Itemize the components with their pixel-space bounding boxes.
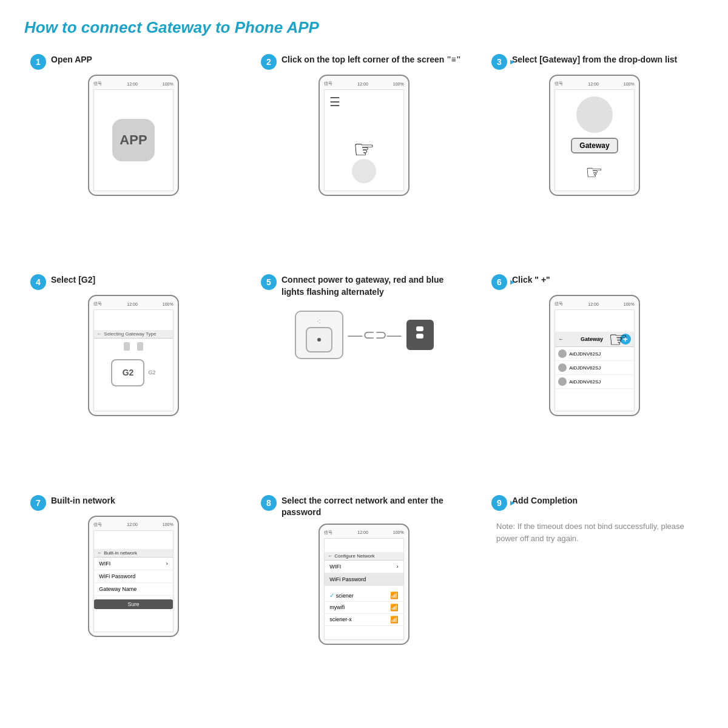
wifi-sciener: ✓ sciener 📶 [325, 590, 403, 602]
select-finger: ☞ [585, 161, 603, 184]
app-icon: APP [112, 119, 155, 161]
g2-label: G2 [148, 369, 155, 376]
plug-hole-2 [416, 334, 423, 339]
led-lights: ·: [317, 317, 320, 325]
configure-network-screen: ← Configure Network WIFI › WiFi Password [325, 552, 403, 626]
step-8-phone: 信号12:00100% ← Configure Network WIFI › [318, 524, 410, 645]
step-2-number: 2 [261, 54, 277, 70]
g2-box: G2 [111, 359, 144, 386]
cable-connector: —⊂⊃— [348, 326, 402, 343]
step-4-title: Select [G2] [51, 274, 95, 286]
step-7-title: Built-in network [51, 495, 115, 507]
menu-icon: ☰ [329, 95, 340, 109]
step-9-note: Note: If the timeout does not bind succe… [491, 521, 698, 546]
wifi-sciener-x: sciener-x 📶 [325, 614, 403, 626]
step-1-screen: APP [93, 89, 173, 191]
step-1-cell: 1 Open APP 信号12:00100% APP [24, 49, 243, 263]
network-screen: ← Built-in network WIFI › WiFi Password … [94, 549, 172, 613]
step-7-screen: ← Built-in network WIFI › WiFi Password … [93, 530, 173, 632]
wifi-row: WIFI › [94, 558, 172, 570]
g2-screen: ← Selecting Gateway Type G2 G2 [94, 330, 172, 391]
configure-network-header: ← Configure Network [325, 552, 403, 561]
step-9-title: Add Completion [512, 495, 578, 507]
step-1-phone: 信号12:00100% APP [88, 75, 179, 196]
gateway-list-item-2: AiDJDNV62SJ [555, 361, 633, 375]
tab-indicator [124, 342, 130, 351]
gateway-name-row: Gateway Name [94, 583, 172, 596]
configure-password-row: WiFi Password [325, 573, 403, 586]
page-title: How to connect Gateway to Phone APP [24, 18, 704, 37]
step-3-number: 3 [491, 54, 507, 70]
step-6-cell: 6 Click " +" 信号12:00100% ← Gateway + [485, 269, 704, 484]
g2-device-area: G2 G2 [94, 354, 172, 391]
step-3-screen: Gateway ☞ [554, 89, 634, 191]
step-7-number: 7 [30, 495, 46, 511]
step-8-cell: 8 Select the correct network and enter t… [255, 490, 473, 704]
step-5-devices: ·: —⊂⊃— [261, 311, 467, 359]
step-2-title: Click on the top left corner of the scre… [281, 54, 461, 66]
gateway-box [306, 327, 332, 352]
click-finger-6: ☞ [608, 327, 628, 352]
step-1-title: Open APP [51, 54, 92, 66]
step-9-number: 9 [491, 495, 507, 511]
step-6-title: Click " +" [512, 274, 550, 286]
step-3-cell: 3 Select [Gateway] from the drop-down li… [485, 49, 704, 263]
step-2-cell: 2 Click on the top left corner of the sc… [255, 49, 473, 263]
step-6-number: 6 [491, 274, 507, 290]
step-9-cell: 9 Add Completion Note: If the timeout do… [485, 490, 704, 704]
wifi-mywifi: mywifi 📶 [325, 602, 403, 614]
step-5-title: Connect power to gateway, red and blue l… [281, 274, 467, 298]
g2-header: ← Selecting Gateway Type [94, 330, 172, 339]
tab-indicator-2 [137, 342, 143, 351]
step-2-phone: 信号12:00100% ☰ ☞ [318, 75, 410, 196]
gateway-list-item-3: AiDJDNV62SJ [555, 375, 633, 389]
sure-button[interactable]: Sure [94, 599, 172, 609]
plug-hole-1 [416, 326, 423, 331]
step-6-phone: 信号12:00100% ← Gateway + AiDJDNV62SJ [549, 295, 640, 416]
profile-circle [576, 96, 613, 133]
step-7-cell: 7 Built-in network 信号12:00100% ← Built-i… [24, 490, 243, 704]
avatar-1 [558, 349, 567, 358]
step-8-screen: ← Configure Network WIFI › WiFi Password [324, 538, 403, 640]
avatar-3 [558, 377, 567, 386]
step-1-number: 1 [30, 54, 46, 70]
step-5-number: 5 [261, 274, 277, 290]
step-8-title: Select the correct network and enter the… [281, 495, 467, 519]
step-8-number: 8 [261, 495, 277, 511]
power-plug [406, 320, 434, 350]
gateway-device: ·: [295, 311, 343, 359]
step-4-cell: 4 Select [G2] 信号12:00100% ← Selecting Ga… [24, 269, 243, 484]
step-3-title: Select [Gateway] from the drop-down list [512, 54, 677, 66]
step-3-phone: 信号12:00100% Gateway ☞ [549, 75, 640, 196]
built-in-network-header: ← Built-in network [94, 549, 172, 558]
step-4-number: 4 [30, 274, 46, 290]
step-7-phone: 信号12:00100% ← Built-in network WIFI › [88, 516, 179, 637]
gateway-dot [317, 338, 321, 342]
step-5-cell: 5 Connect power to gateway, red and blue… [255, 269, 473, 484]
gateway-button: Gateway [571, 138, 618, 153]
step-2-screen: ☰ ☞ [324, 89, 403, 191]
steps-grid: 1 Open APP 信号12:00100% APP 2 Click on th… [24, 49, 704, 704]
click-ripple [352, 159, 376, 183]
avatar-2 [558, 363, 567, 372]
step-4-screen: ← Selecting Gateway Type G2 G2 [93, 309, 173, 411]
wifi-password-row: WiFi Password [94, 570, 172, 583]
step-6-screen: ← Gateway + AiDJDNV62SJ AiDJDNV62SJ [554, 309, 634, 411]
phone-status-bar: 信号12:00100% [93, 81, 173, 87]
configure-wifi-row: WIFI › [325, 561, 403, 573]
step-4-phone: 信号12:00100% ← Selecting Gateway Type [88, 295, 179, 416]
